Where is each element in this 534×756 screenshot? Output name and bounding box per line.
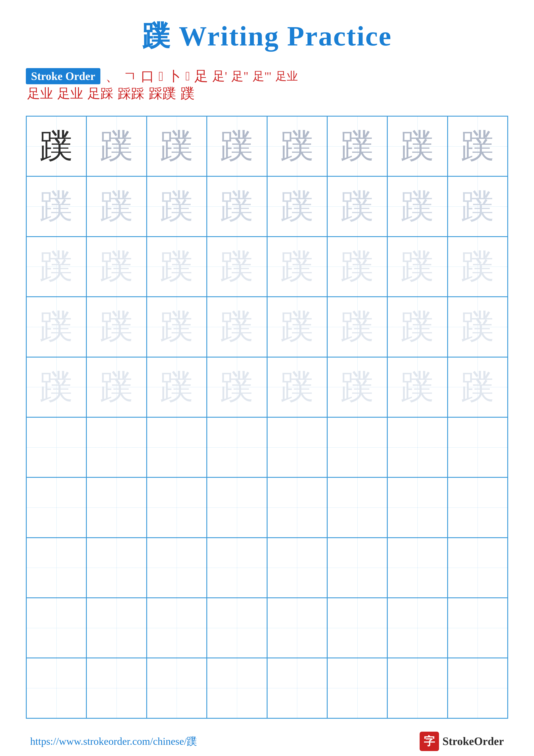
stroke-order-label: Stroke Order	[26, 68, 100, 84]
cell-7-8	[447, 477, 508, 537]
cell-7-3	[147, 477, 207, 537]
grid-row-8	[26, 538, 508, 598]
cell-6-8	[447, 417, 508, 477]
char-very-light: 蹼	[461, 244, 495, 289]
cell-1-5: 蹼	[267, 116, 327, 176]
cell-7-1	[26, 477, 87, 537]
char-very-light: 蹼	[461, 364, 495, 410]
char-very-light: 蹼	[220, 244, 254, 289]
cell-8-4	[207, 538, 267, 598]
cell-6-5	[267, 417, 327, 477]
grid-row-3: 蹼 蹼 蹼 蹼 蹼 蹼 蹼 蹼	[26, 237, 508, 297]
char-light: 蹼	[160, 184, 193, 229]
char-very-light: 蹼	[100, 304, 133, 349]
cell-8-5	[267, 538, 327, 598]
footer-logo-text: StrokeOrder	[443, 735, 504, 747]
grid-row-1: 蹼 蹼 蹼 蹼 蹼 蹼 蹼 蹼	[26, 116, 508, 176]
cell-2-7: 蹼	[387, 176, 447, 236]
stroke-order-section: Stroke Order 、 ㄱ 口 𠃊 卜 𠀐 足 足' 足" 足"' 足业 …	[26, 68, 508, 103]
char-very-light: 蹼	[461, 304, 495, 349]
page-title: 蹼 Writing Practice	[142, 17, 392, 55]
cell-5-2: 蹼	[87, 357, 146, 417]
cell-8-2	[87, 538, 146, 598]
char-very-light: 蹼	[401, 304, 434, 349]
stroke-15: 踩踩	[117, 87, 144, 100]
stroke-10: 足"'	[253, 70, 271, 82]
stroke-7: 足	[194, 69, 208, 83]
char-light: 蹼	[401, 184, 434, 229]
cell-4-6: 蹼	[327, 297, 387, 357]
footer-url[interactable]: https://www.strokeorder.com/chinese/蹼	[30, 735, 197, 748]
cell-6-6	[327, 417, 387, 477]
cell-6-7	[387, 417, 447, 477]
title-char: 蹼	[142, 20, 171, 51]
cell-7-4	[207, 477, 267, 537]
char-very-light: 蹼	[39, 244, 73, 289]
cell-9-6	[327, 598, 387, 658]
cell-5-7: 蹼	[387, 357, 447, 417]
cell-7-6	[327, 477, 387, 537]
char-mid: 蹼	[280, 124, 314, 169]
cell-4-4: 蹼	[207, 297, 267, 357]
cell-9-7	[387, 598, 447, 658]
cell-3-4: 蹼	[207, 237, 267, 297]
cell-1-4: 蹼	[207, 116, 267, 176]
cell-2-2: 蹼	[87, 176, 146, 236]
cell-5-4: 蹼	[207, 357, 267, 417]
cell-2-4: 蹼	[207, 176, 267, 236]
cell-9-1	[26, 598, 87, 658]
cell-1-8: 蹼	[447, 116, 508, 176]
cell-6-4	[207, 417, 267, 477]
cell-3-8: 蹼	[447, 237, 508, 297]
stroke-order-row-2: 足业 足业 足踩 踩踩 踩蹼 蹼	[26, 86, 508, 101]
stroke-9: 足"	[231, 70, 248, 82]
cell-5-3: 蹼	[147, 357, 207, 417]
cell-1-1: 蹼	[26, 116, 87, 176]
char-very-light: 蹼	[280, 364, 314, 410]
cell-4-7: 蹼	[387, 297, 447, 357]
char-mid: 蹼	[220, 124, 254, 169]
cell-8-6	[327, 538, 387, 598]
char-very-light: 蹼	[220, 364, 254, 410]
stroke-1: 、	[106, 69, 119, 83]
char-very-light: 蹼	[341, 304, 374, 349]
char-very-light: 蹼	[160, 304, 193, 349]
cell-1-7: 蹼	[387, 116, 447, 176]
cell-9-2	[87, 598, 146, 658]
cell-9-4	[207, 598, 267, 658]
char-mid: 蹼	[401, 124, 434, 169]
stroke-11: 足业	[275, 71, 298, 82]
stroke-3: 口	[141, 69, 154, 83]
char-very-light: 蹼	[280, 304, 314, 349]
char-very-light: 蹼	[39, 304, 73, 349]
char-very-light: 蹼	[39, 364, 73, 410]
cell-10-8	[447, 658, 508, 718]
char-very-light: 蹼	[401, 364, 434, 410]
cell-2-3: 蹼	[147, 176, 207, 236]
char-mid: 蹼	[461, 124, 495, 169]
footer-logo: 字 StrokeOrder	[420, 732, 504, 751]
cell-1-3: 蹼	[147, 116, 207, 176]
cell-5-1: 蹼	[26, 357, 87, 417]
cell-8-8	[447, 538, 508, 598]
cell-3-5: 蹼	[267, 237, 327, 297]
grid-row-10	[26, 658, 508, 718]
cell-10-3	[147, 658, 207, 718]
char-very-light: 蹼	[220, 304, 254, 349]
cell-6-1	[26, 417, 87, 477]
stroke-order-row-1: Stroke Order 、 ㄱ 口 𠃊 卜 𠀐 足 足' 足" 足"' 足业	[26, 68, 508, 84]
stroke-13: 足业	[57, 87, 83, 100]
char-very-light: 蹼	[100, 244, 133, 289]
cell-2-1: 蹼	[26, 176, 87, 236]
char-light: 蹼	[39, 184, 73, 229]
char-light: 蹼	[220, 184, 254, 229]
cell-4-2: 蹼	[87, 297, 146, 357]
cell-2-5: 蹼	[267, 176, 327, 236]
grid-row-7	[26, 477, 508, 537]
footer: https://www.strokeorder.com/chinese/蹼 字 …	[26, 732, 508, 751]
cell-7-5	[267, 477, 327, 537]
cell-7-2	[87, 477, 146, 537]
cell-9-3	[147, 598, 207, 658]
grid-row-5: 蹼 蹼 蹼 蹼 蹼 蹼 蹼 蹼	[26, 357, 508, 417]
char-very-light: 蹼	[100, 364, 133, 410]
